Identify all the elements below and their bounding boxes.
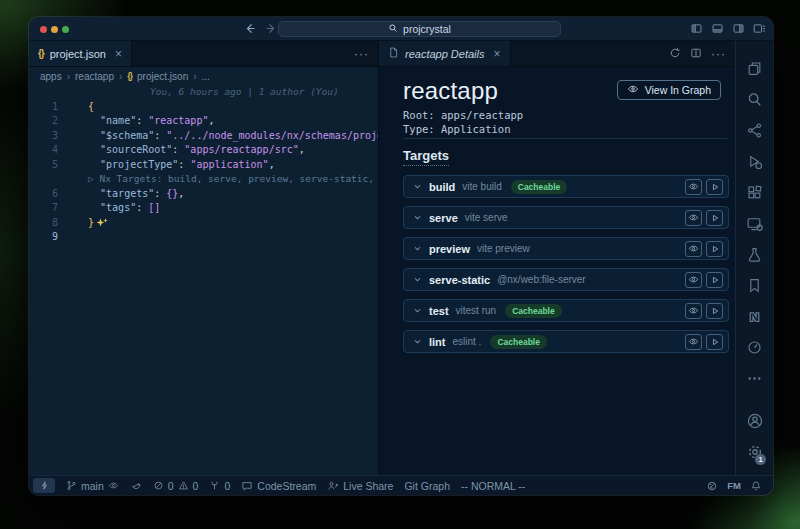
history-forward-icon[interactable] — [265, 22, 278, 35]
chevron-down-icon[interactable] — [413, 213, 422, 222]
target-row-preview[interactable]: preview vite preview — [403, 237, 729, 260]
refresh-icon[interactable] — [669, 45, 681, 63]
code-line: 2 "name": "reactapp", — [29, 114, 378, 129]
toggle-sidebar-right-icon[interactable] — [732, 22, 745, 35]
view-target-eye-button[interactable] — [685, 272, 702, 288]
run-target-play-button[interactable] — [706, 210, 723, 226]
run-target-play-button[interactable] — [706, 272, 723, 288]
line-number: 8 — [29, 216, 58, 231]
more-actions-icon[interactable]: ··· — [711, 47, 726, 61]
fm-indicator[interactable]: FM — [727, 480, 741, 491]
chevron-down-icon[interactable] — [413, 244, 422, 253]
type-label: Type: — [403, 123, 435, 135]
history-back-icon[interactable] — [243, 22, 256, 35]
feedback-smiley-icon[interactable] — [706, 480, 718, 492]
view-target-eye-button[interactable] — [685, 241, 702, 257]
chevron-down-icon[interactable] — [413, 337, 422, 346]
run-target-play-button[interactable] — [706, 334, 723, 350]
toggle-panel-icon[interactable] — [711, 22, 724, 35]
blame-annotation-line: You, 6 hours ago | 1 author (You) — [29, 85, 378, 100]
target-row-lint[interactable]: lint eslint . Cacheable — [403, 330, 729, 353]
view-in-graph-button[interactable]: View In Graph — [617, 80, 721, 100]
target-row-serve-static[interactable]: serve-static @nx/web:file-server — [403, 268, 729, 291]
settings-gear-icon[interactable]: 1 — [736, 436, 773, 467]
run-target-play-button[interactable] — [706, 179, 723, 195]
target-row-build[interactable]: build vite build Cacheable — [403, 175, 729, 198]
git-branch-item[interactable]: main — [66, 480, 119, 492]
command-center-search[interactable]: projcrystal — [278, 21, 561, 37]
source-control-icon[interactable] — [736, 115, 773, 146]
nx-console-icon[interactable] — [736, 301, 773, 332]
code-editor[interactable]: You, 6 hours ago | 1 author (You)1{2 "na… — [29, 85, 378, 475]
vim-mode-item[interactable]: -- NORMAL -- — [461, 480, 525, 492]
close-window-button[interactable] — [40, 26, 47, 33]
codestream-item[interactable]: CodeStream — [241, 480, 316, 492]
view-target-eye-button[interactable] — [685, 334, 702, 350]
chevron-down-icon[interactable] — [413, 182, 422, 191]
editor-group-right: reactapp Details × ··· reactapp — [379, 41, 735, 475]
remote-indicator[interactable] — [33, 478, 55, 493]
run-and-debug-icon[interactable] — [736, 146, 773, 177]
fork-icon — [209, 480, 220, 491]
extensions-icon[interactable] — [736, 177, 773, 208]
project-meta: Root: apps/reactapp Type: Application — [403, 108, 729, 136]
more-actions-icon[interactable]: ··· — [354, 47, 369, 61]
branch-name: main — [81, 480, 104, 492]
run-target-play-button[interactable] — [706, 303, 723, 319]
chevron-down-icon[interactable] — [413, 275, 422, 284]
run-target-play-button[interactable] — [706, 241, 723, 257]
breadcrumb-item[interactable]: reactapp — [75, 71, 114, 82]
customize-layout-icon[interactable] — [753, 22, 766, 35]
breadcrumb-item[interactable]: apps — [40, 71, 62, 82]
target-row-test[interactable]: test vitest run Cacheable — [403, 299, 729, 322]
toggle-sidebar-left-icon[interactable] — [690, 22, 703, 35]
close-tab-icon[interactable]: × — [115, 47, 122, 61]
chevron-right-icon: › — [193, 71, 196, 82]
target-name: serve-static — [429, 274, 490, 286]
view-in-graph-label: View In Graph — [645, 84, 711, 96]
explorer-icon[interactable] — [736, 53, 773, 84]
maximize-window-button[interactable] — [62, 26, 69, 33]
breadcrumb-item[interactable]: project.json — [137, 71, 188, 82]
line-number: 1 — [29, 100, 58, 115]
git-graph-item[interactable]: Git Graph — [404, 480, 450, 492]
targets-heading: Targets — [403, 148, 449, 166]
minimize-window-button[interactable] — [51, 26, 58, 33]
line-number: 9 — [29, 230, 58, 245]
bookmark-icon[interactable] — [736, 270, 773, 301]
comment-icon — [241, 480, 253, 492]
tab-strip-right: reactapp Details × ··· — [379, 41, 735, 67]
root-label: Root: — [403, 109, 435, 121]
view-target-eye-button[interactable] — [685, 210, 702, 226]
notifications-bell-icon[interactable] — [750, 480, 762, 492]
tab-reactapp-details[interactable]: reactapp Details × — [379, 41, 511, 66]
testing-beaker-icon[interactable] — [736, 239, 773, 270]
search-text: projcrystal — [403, 23, 451, 35]
view-target-eye-button[interactable] — [685, 179, 702, 195]
bird-icon[interactable] — [130, 480, 142, 492]
problems-item[interactable]: 0 0 — [153, 480, 199, 492]
git-branch-icon — [66, 480, 77, 491]
ports-item[interactable]: 0 — [209, 480, 230, 492]
cacheable-badge: Cacheable — [511, 180, 568, 194]
breadcrumb[interactable]: apps › reactapp › { } project.json › ... — [29, 67, 378, 85]
warning-count: 0 — [193, 480, 199, 492]
account-icon[interactable] — [736, 405, 773, 436]
codestream-label: CodeStream — [257, 480, 316, 492]
search-icon — [388, 23, 398, 35]
target-command: vite build — [462, 181, 501, 192]
tab-project-json[interactable]: { } project.json × — [29, 41, 132, 66]
split-editor-icon[interactable] — [690, 45, 702, 63]
view-target-eye-button[interactable] — [685, 303, 702, 319]
more-views-icon[interactable] — [736, 363, 773, 394]
live-share-icon — [327, 480, 339, 492]
search-icon[interactable] — [736, 84, 773, 115]
live-share-item[interactable]: Live Share — [327, 480, 393, 492]
clock-icon[interactable] — [736, 332, 773, 363]
breadcrumb-item[interactable]: ... — [202, 71, 210, 82]
target-command: eslint . — [453, 336, 482, 347]
target-row-serve[interactable]: serve vite serve — [403, 206, 729, 229]
remote-explorer-icon[interactable] — [736, 208, 773, 239]
close-tab-icon[interactable]: × — [494, 47, 501, 61]
chevron-down-icon[interactable] — [413, 306, 422, 315]
